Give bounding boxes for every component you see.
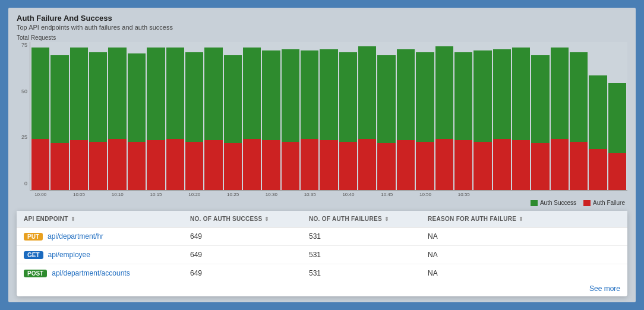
see-more-link[interactable]: See more: [589, 284, 620, 293]
bar-failure: [454, 140, 472, 190]
chart-inner: 10:0010:0510:1010:1510:2010:2510:3010:35…: [30, 42, 627, 197]
chart-wrapper: 7550250 10:0010:0510:1010:1510:2010:2510…: [17, 42, 627, 197]
bar-success: [512, 48, 530, 140]
header-auth-success: NO. OF AUTH SUCCESS ⇕: [190, 216, 309, 222]
legend-success-box: [531, 200, 538, 206]
legend-success-label: Auth Success: [540, 200, 576, 206]
bar-success: [108, 48, 126, 138]
bar-group: [204, 43, 222, 190]
bar-group: [608, 43, 626, 190]
chart-area: Total Requests 7550250 10:0010:0510:1010…: [17, 34, 627, 206]
bar-failure: [397, 140, 415, 190]
method-badge: PUT: [24, 233, 43, 241]
bar-group: [243, 43, 261, 190]
bar-success: [454, 52, 472, 140]
sort-icon-1: ⇕: [264, 216, 269, 222]
bar-failure: [70, 140, 88, 190]
header-api-endpoint: API ENDPOINT ⇕: [24, 216, 190, 222]
x-tick: 10:20: [185, 192, 204, 197]
bar-success: [89, 52, 107, 142]
legend: Auth Success Auth Failure: [17, 200, 627, 206]
x-tick: [531, 192, 550, 197]
bar-failure: [512, 140, 530, 190]
bar-failure: [531, 143, 549, 190]
bar-success: [416, 52, 434, 142]
bar-group: [128, 43, 146, 190]
x-tick: 10:15: [146, 192, 165, 197]
see-more-row: See more: [17, 282, 627, 296]
endpoint-link[interactable]: api/department/hr: [48, 232, 103, 241]
bar-failure: [243, 139, 261, 190]
bar-failure: [551, 139, 569, 190]
bar-success: [262, 50, 280, 140]
bar-group: [301, 43, 318, 190]
x-tick: [570, 192, 589, 197]
bar-group: [570, 43, 588, 190]
endpoint-link[interactable]: api/employee: [48, 251, 90, 259]
bar-group: [551, 43, 569, 190]
cell-reason: NA: [428, 269, 620, 277]
bar-success: [397, 49, 415, 140]
cell-auth-failures: 531: [309, 269, 428, 277]
bar-success: [204, 48, 222, 140]
bar-failure: [320, 140, 337, 190]
main-container: Auth Failure And Success Top API endpoin…: [7, 7, 637, 303]
sort-icon-0: ⇕: [71, 216, 75, 222]
sort-icon-2: ⇕: [384, 216, 389, 222]
bar-group: [31, 43, 49, 190]
bar-failure: [473, 142, 491, 191]
x-tick: [204, 192, 223, 197]
bar-failure: [301, 139, 318, 190]
cell-reason: NA: [428, 232, 620, 241]
cell-reason: NA: [428, 251, 620, 259]
cell-auth-success: 649: [190, 251, 309, 259]
endpoint-link[interactable]: api/department/accounts: [52, 269, 130, 277]
bar-group: [185, 43, 203, 190]
bar-success: [551, 48, 569, 138]
bar-group: [147, 43, 165, 190]
cell-endpoint: POST api/department/accounts: [24, 269, 190, 277]
bar-failure: [204, 140, 222, 190]
bar-group: [262, 43, 280, 190]
bar-failure: [128, 142, 146, 191]
x-tick: [127, 192, 146, 197]
x-tick: 10:10: [108, 192, 127, 197]
bar-failure: [262, 140, 280, 190]
cell-auth-failures: 531: [309, 251, 428, 259]
bar-failure: [358, 139, 376, 190]
bar-success: [589, 75, 607, 149]
x-tick: [281, 192, 300, 197]
bar-group: [282, 43, 299, 190]
header-auth-failures: NO. OF AUTH FAILURES ⇕: [309, 216, 428, 222]
x-tick: [473, 192, 493, 197]
bar-group: [454, 43, 472, 190]
bar-success: [166, 48, 184, 138]
bar-failure: [147, 140, 165, 190]
x-tick: [320, 192, 339, 197]
bar-failure: [31, 139, 49, 190]
y-axis-label: Total Requests: [17, 34, 627, 41]
x-tick: 10:45: [377, 192, 396, 197]
bar-failure: [224, 143, 242, 190]
bars-container: [30, 42, 627, 191]
bar-success: [301, 50, 318, 138]
bar-failure: [89, 142, 107, 191]
x-tick: 10:05: [70, 192, 89, 197]
header-reason: REASON FOR AUTH FAILURE ⇕: [428, 216, 620, 222]
x-tick: [89, 192, 108, 197]
bar-success: [358, 46, 376, 139]
bar-group: [512, 43, 530, 190]
bar-group: [108, 43, 126, 190]
cell-auth-success: 649: [190, 232, 309, 241]
x-tick: [166, 192, 185, 197]
x-tick: [493, 192, 512, 197]
bar-failure: [493, 139, 511, 190]
bar-group: [166, 43, 184, 190]
bar-group: [50, 43, 68, 190]
bar-group: [70, 43, 88, 190]
table-row: PUT api/department/hr 649 531 NA: [17, 227, 627, 246]
bar-success: [31, 48, 49, 138]
bar-group: [377, 43, 395, 190]
bar-success: [377, 55, 395, 143]
bar-success: [531, 55, 549, 143]
